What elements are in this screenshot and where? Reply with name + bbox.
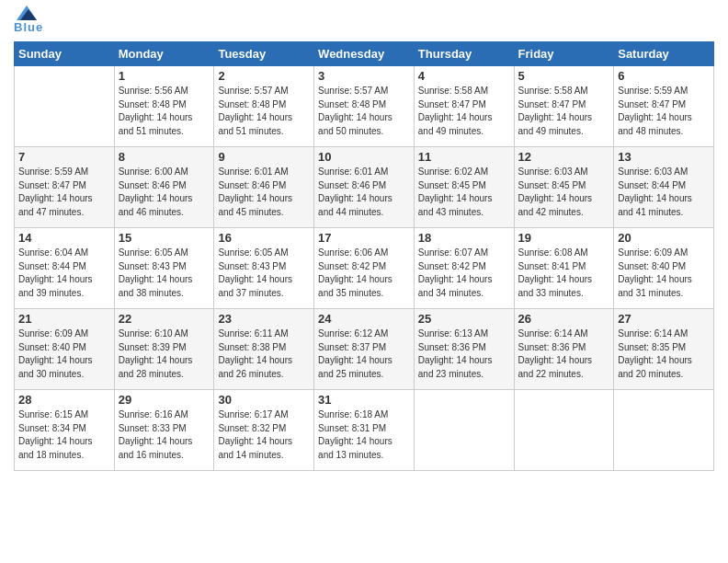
day-info: Sunrise: 6:05 AMSunset: 8:43 PMDaylight:… (218, 247, 310, 300)
day-info: Sunrise: 6:02 AMSunset: 8:45 PMDaylight:… (418, 166, 510, 219)
weekday-header-sunday: Sunday (15, 42, 115, 66)
day-number: 1 (119, 69, 210, 83)
calendar-cell (414, 390, 514, 471)
day-number: 21 (18, 312, 110, 326)
calendar-cell: 5Sunrise: 5:58 AMSunset: 8:47 PMDaylight… (514, 66, 614, 147)
logo: Blue (14, 9, 43, 34)
page-header: Blue (14, 9, 714, 34)
calendar-cell: 27Sunrise: 6:14 AMSunset: 8:35 PMDayligh… (614, 309, 714, 390)
day-number: 4 (418, 69, 510, 83)
calendar-cell: 9Sunrise: 6:01 AMSunset: 8:46 PMDaylight… (214, 147, 314, 228)
day-info: Sunrise: 5:57 AMSunset: 8:48 PMDaylight:… (318, 85, 410, 138)
day-info: Sunrise: 6:11 AMSunset: 8:38 PMDaylight:… (218, 327, 310, 381)
calendar-cell: 8Sunrise: 6:00 AMSunset: 8:46 PMDaylight… (114, 147, 214, 228)
calendar-cell: 21Sunrise: 6:09 AMSunset: 8:40 PMDayligh… (15, 309, 115, 390)
calendar-cell (15, 66, 115, 147)
day-number: 19 (518, 231, 610, 245)
day-number: 31 (318, 393, 410, 407)
calendar-cell: 6Sunrise: 5:59 AMSunset: 8:47 PMDaylight… (614, 66, 714, 147)
weekday-header-friday: Friday (514, 42, 614, 66)
day-number: 6 (618, 69, 710, 83)
calendar-week-row: 21Sunrise: 6:09 AMSunset: 8:40 PMDayligh… (15, 309, 714, 390)
calendar-cell: 20Sunrise: 6:09 AMSunset: 8:40 PMDayligh… (614, 228, 714, 309)
day-info: Sunrise: 5:58 AMSunset: 8:47 PMDaylight:… (518, 85, 610, 138)
calendar-cell: 31Sunrise: 6:18 AMSunset: 8:31 PMDayligh… (314, 390, 415, 471)
weekday-header-monday: Monday (114, 42, 214, 66)
day-number: 15 (119, 231, 210, 245)
day-number: 24 (318, 312, 410, 326)
day-number: 2 (218, 69, 310, 83)
day-number: 7 (18, 150, 110, 164)
weekday-header-row: SundayMondayTuesdayWednesdayThursdayFrid… (15, 42, 714, 66)
day-number: 11 (418, 150, 510, 164)
calendar-cell: 4Sunrise: 5:58 AMSunset: 8:47 PMDaylight… (414, 66, 514, 147)
calendar-cell: 14Sunrise: 6:04 AMSunset: 8:44 PMDayligh… (15, 228, 115, 309)
calendar-cell: 10Sunrise: 6:01 AMSunset: 8:46 PMDayligh… (314, 147, 415, 228)
calendar-week-row: 7Sunrise: 5:59 AMSunset: 8:47 PMDaylight… (15, 147, 714, 228)
day-info: Sunrise: 6:16 AMSunset: 8:33 PMDaylight:… (119, 408, 210, 462)
day-number: 22 (119, 312, 210, 326)
day-number: 13 (618, 150, 710, 164)
logo-icon (17, 6, 37, 20)
day-info: Sunrise: 6:09 AMSunset: 8:40 PMDaylight:… (18, 327, 110, 381)
day-info: Sunrise: 6:00 AMSunset: 8:46 PMDaylight:… (119, 166, 210, 219)
day-info: Sunrise: 6:06 AMSunset: 8:42 PMDaylight:… (318, 247, 410, 300)
day-number: 28 (18, 393, 110, 407)
day-info: Sunrise: 5:56 AMSunset: 8:48 PMDaylight:… (119, 85, 210, 138)
day-number: 3 (318, 69, 410, 83)
day-number: 8 (119, 150, 210, 164)
day-info: Sunrise: 6:04 AMSunset: 8:44 PMDaylight:… (18, 247, 110, 300)
day-number: 14 (18, 231, 110, 245)
day-info: Sunrise: 6:01 AMSunset: 8:46 PMDaylight:… (318, 166, 410, 219)
weekday-header-thursday: Thursday (414, 42, 514, 66)
calendar-cell (614, 390, 714, 471)
day-info: Sunrise: 5:57 AMSunset: 8:48 PMDaylight:… (218, 85, 310, 138)
calendar-cell: 12Sunrise: 6:03 AMSunset: 8:45 PMDayligh… (514, 147, 614, 228)
weekday-header-saturday: Saturday (614, 42, 714, 66)
calendar-cell: 28Sunrise: 6:15 AMSunset: 8:34 PMDayligh… (15, 390, 115, 471)
calendar-header: SundayMondayTuesdayWednesdayThursdayFrid… (15, 42, 714, 66)
day-number: 18 (418, 231, 510, 245)
day-number: 23 (218, 312, 310, 326)
calendar-body: 1Sunrise: 5:56 AMSunset: 8:48 PMDaylight… (15, 66, 714, 471)
calendar-cell: 23Sunrise: 6:11 AMSunset: 8:38 PMDayligh… (214, 309, 314, 390)
day-info: Sunrise: 6:05 AMSunset: 8:43 PMDaylight:… (119, 247, 210, 300)
calendar-cell: 15Sunrise: 6:05 AMSunset: 8:43 PMDayligh… (114, 228, 214, 309)
day-number: 26 (518, 312, 610, 326)
logo-sub: Blue (14, 20, 43, 34)
day-number: 16 (218, 231, 310, 245)
calendar-week-row: 28Sunrise: 6:15 AMSunset: 8:34 PMDayligh… (15, 390, 714, 471)
weekday-header-tuesday: Tuesday (214, 42, 314, 66)
day-info: Sunrise: 6:14 AMSunset: 8:35 PMDaylight:… (618, 327, 710, 381)
calendar-week-row: 1Sunrise: 5:56 AMSunset: 8:48 PMDaylight… (15, 66, 714, 147)
calendar-cell: 18Sunrise: 6:07 AMSunset: 8:42 PMDayligh… (414, 228, 514, 309)
day-info: Sunrise: 6:01 AMSunset: 8:46 PMDaylight:… (218, 166, 310, 219)
calendar-cell: 1Sunrise: 5:56 AMSunset: 8:48 PMDaylight… (114, 66, 214, 147)
calendar-table: SundayMondayTuesdayWednesdayThursdayFrid… (14, 41, 714, 471)
day-info: Sunrise: 6:15 AMSunset: 8:34 PMDaylight:… (18, 408, 110, 462)
day-info: Sunrise: 6:12 AMSunset: 8:37 PMDaylight:… (318, 327, 410, 381)
day-number: 20 (618, 231, 710, 245)
calendar-cell: 22Sunrise: 6:10 AMSunset: 8:39 PMDayligh… (114, 309, 214, 390)
calendar-cell: 17Sunrise: 6:06 AMSunset: 8:42 PMDayligh… (314, 228, 415, 309)
calendar-cell: 26Sunrise: 6:14 AMSunset: 8:36 PMDayligh… (514, 309, 614, 390)
calendar-cell: 2Sunrise: 5:57 AMSunset: 8:48 PMDaylight… (214, 66, 314, 147)
day-info: Sunrise: 6:08 AMSunset: 8:41 PMDaylight:… (518, 247, 610, 300)
calendar-cell: 16Sunrise: 6:05 AMSunset: 8:43 PMDayligh… (214, 228, 314, 309)
day-info: Sunrise: 5:58 AMSunset: 8:47 PMDaylight:… (418, 85, 510, 138)
day-number: 17 (318, 231, 410, 245)
day-number: 9 (218, 150, 310, 164)
day-info: Sunrise: 6:13 AMSunset: 8:36 PMDaylight:… (418, 327, 510, 381)
calendar-cell: 19Sunrise: 6:08 AMSunset: 8:41 PMDayligh… (514, 228, 614, 309)
calendar-cell: 24Sunrise: 6:12 AMSunset: 8:37 PMDayligh… (314, 309, 415, 390)
calendar-week-row: 14Sunrise: 6:04 AMSunset: 8:44 PMDayligh… (15, 228, 714, 309)
calendar-cell: 29Sunrise: 6:16 AMSunset: 8:33 PMDayligh… (114, 390, 214, 471)
calendar-cell (514, 390, 614, 471)
day-number: 30 (218, 393, 310, 407)
day-info: Sunrise: 6:03 AMSunset: 8:45 PMDaylight:… (518, 166, 610, 219)
day-info: Sunrise: 6:09 AMSunset: 8:40 PMDaylight:… (618, 247, 710, 300)
day-info: Sunrise: 6:18 AMSunset: 8:31 PMDaylight:… (318, 408, 410, 462)
day-info: Sunrise: 6:14 AMSunset: 8:36 PMDaylight:… (518, 327, 610, 381)
day-info: Sunrise: 5:59 AMSunset: 8:47 PMDaylight:… (618, 85, 710, 138)
day-info: Sunrise: 6:17 AMSunset: 8:32 PMDaylight:… (218, 408, 310, 462)
